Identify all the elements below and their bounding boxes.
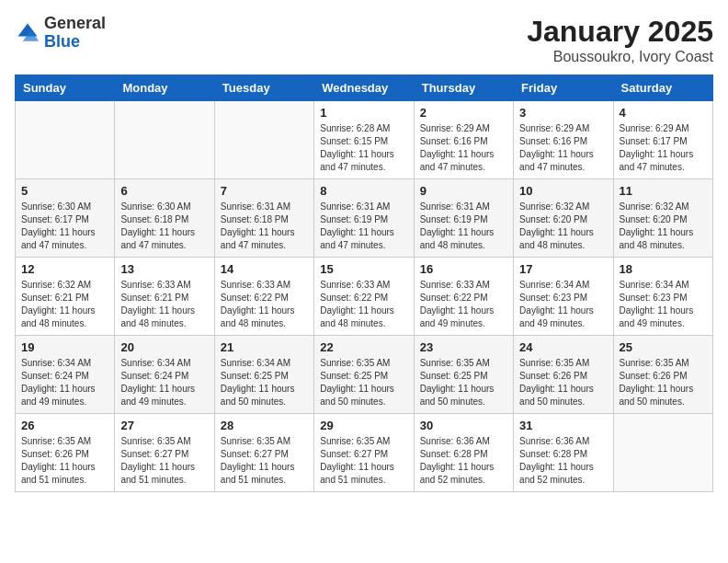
day-info: Sunrise: 6:30 AM Sunset: 6:18 PM Dayligh…: [120, 201, 208, 252]
day-info: Sunrise: 6:33 AM Sunset: 6:21 PM Dayligh…: [120, 279, 208, 330]
location: Boussoukro, Ivory Coast: [527, 49, 713, 65]
day-info: Sunrise: 6:34 AM Sunset: 6:24 PM Dayligh…: [120, 357, 208, 408]
calendar-cell: 12Sunrise: 6:32 AM Sunset: 6:21 PM Dayli…: [16, 258, 115, 336]
logo-icon: [15, 20, 40, 46]
calendar-cell: 1Sunrise: 6:28 AM Sunset: 6:15 PM Daylig…: [314, 101, 414, 179]
day-number: 24: [519, 340, 607, 354]
calendar-cell: 18Sunrise: 6:34 AM Sunset: 6:23 PM Dayli…: [613, 258, 712, 336]
day-number: 7: [221, 184, 308, 198]
day-number: 18: [620, 262, 707, 276]
logo-text: General Blue: [44, 15, 106, 52]
calendar-day-header: Tuesday: [214, 75, 313, 101]
calendar-cell: 7Sunrise: 6:31 AM Sunset: 6:18 PM Daylig…: [214, 179, 313, 258]
day-info: Sunrise: 6:29 AM Sunset: 6:16 PM Dayligh…: [420, 122, 507, 174]
calendar-cell: [115, 101, 214, 179]
calendar-week-row: 1Sunrise: 6:28 AM Sunset: 6:15 PM Daylig…: [16, 101, 713, 179]
calendar-day-header: Monday: [115, 75, 214, 101]
day-number: 29: [320, 419, 407, 432]
day-number: 22: [320, 340, 407, 354]
calendar-cell: 11Sunrise: 6:32 AM Sunset: 6:20 PM Dayli…: [613, 179, 712, 258]
day-info: Sunrise: 6:34 AM Sunset: 6:24 PM Dayligh…: [21, 357, 108, 408]
calendar-cell: 26Sunrise: 6:35 AM Sunset: 6:26 PM Dayli…: [16, 414, 115, 492]
calendar-cell: 16Sunrise: 6:33 AM Sunset: 6:22 PM Dayli…: [414, 258, 513, 336]
day-number: 1: [320, 106, 407, 120]
day-info: Sunrise: 6:31 AM Sunset: 6:19 PM Dayligh…: [420, 201, 507, 252]
day-number: 12: [21, 262, 108, 276]
calendar-day-header: Saturday: [613, 75, 712, 101]
day-info: Sunrise: 6:32 AM Sunset: 6:20 PM Dayligh…: [519, 201, 607, 252]
day-number: 31: [519, 419, 607, 432]
calendar-cell: 28Sunrise: 6:35 AM Sunset: 6:27 PM Dayli…: [214, 414, 313, 492]
day-info: Sunrise: 6:36 AM Sunset: 6:28 PM Dayligh…: [519, 435, 607, 487]
calendar-cell: 20Sunrise: 6:34 AM Sunset: 6:24 PM Dayli…: [115, 336, 214, 414]
day-number: 14: [221, 262, 308, 276]
day-info: Sunrise: 6:28 AM Sunset: 6:15 PM Dayligh…: [320, 122, 407, 174]
day-info: Sunrise: 6:32 AM Sunset: 6:21 PM Dayligh…: [21, 279, 108, 330]
day-number: 26: [21, 419, 108, 432]
day-number: 30: [420, 419, 507, 432]
calendar-cell: 17Sunrise: 6:34 AM Sunset: 6:23 PM Dayli…: [514, 258, 613, 336]
logo: General Blue: [15, 15, 106, 52]
day-info: Sunrise: 6:36 AM Sunset: 6:28 PM Dayligh…: [420, 435, 507, 487]
calendar-week-row: 12Sunrise: 6:32 AM Sunset: 6:21 PM Dayli…: [16, 258, 713, 336]
day-number: 15: [320, 262, 407, 276]
day-number: 5: [21, 184, 108, 198]
calendar-cell: 23Sunrise: 6:35 AM Sunset: 6:25 PM Dayli…: [414, 336, 513, 414]
day-info: Sunrise: 6:29 AM Sunset: 6:16 PM Dayligh…: [519, 122, 607, 174]
calendar-cell: 19Sunrise: 6:34 AM Sunset: 6:24 PM Dayli…: [16, 336, 115, 414]
day-number: 16: [420, 262, 507, 276]
calendar-cell: 5Sunrise: 6:30 AM Sunset: 6:17 PM Daylig…: [16, 179, 115, 258]
calendar-day-header: Thursday: [414, 75, 513, 101]
calendar-cell: [16, 101, 115, 179]
day-number: 17: [519, 262, 607, 276]
calendar-cell: 10Sunrise: 6:32 AM Sunset: 6:20 PM Dayli…: [514, 179, 613, 258]
calendar-cell: 21Sunrise: 6:34 AM Sunset: 6:25 PM Dayli…: [214, 336, 313, 414]
day-number: 11: [620, 184, 707, 198]
calendar-cell: 3Sunrise: 6:29 AM Sunset: 6:16 PM Daylig…: [514, 101, 613, 179]
month-title: January 2025: [527, 15, 713, 49]
day-info: Sunrise: 6:35 AM Sunset: 6:25 PM Dayligh…: [320, 357, 407, 408]
day-info: Sunrise: 6:30 AM Sunset: 6:17 PM Dayligh…: [21, 201, 108, 252]
calendar-cell: 6Sunrise: 6:30 AM Sunset: 6:18 PM Daylig…: [115, 179, 214, 258]
page-header: General Blue January 2025 Boussoukro, Iv…: [15, 15, 713, 65]
day-info: Sunrise: 6:34 AM Sunset: 6:23 PM Dayligh…: [519, 279, 607, 330]
calendar-cell: 27Sunrise: 6:35 AM Sunset: 6:27 PM Dayli…: [115, 414, 214, 492]
day-number: 2: [420, 106, 507, 120]
calendar-table: SundayMondayTuesdayWednesdayThursdayFrid…: [15, 75, 713, 492]
calendar-cell: 9Sunrise: 6:31 AM Sunset: 6:19 PM Daylig…: [414, 179, 513, 258]
day-number: 8: [320, 184, 407, 198]
day-info: Sunrise: 6:35 AM Sunset: 6:25 PM Dayligh…: [420, 357, 507, 408]
day-info: Sunrise: 6:33 AM Sunset: 6:22 PM Dayligh…: [420, 279, 507, 330]
day-number: 6: [120, 184, 208, 198]
calendar-cell: [214, 101, 313, 179]
day-number: 19: [21, 340, 108, 354]
calendar-cell: 4Sunrise: 6:29 AM Sunset: 6:17 PM Daylig…: [613, 101, 712, 179]
day-number: 3: [519, 106, 607, 120]
day-info: Sunrise: 6:33 AM Sunset: 6:22 PM Dayligh…: [221, 279, 308, 330]
calendar-cell: 2Sunrise: 6:29 AM Sunset: 6:16 PM Daylig…: [414, 101, 513, 179]
calendar-week-row: 19Sunrise: 6:34 AM Sunset: 6:24 PM Dayli…: [16, 336, 713, 414]
calendar-day-header: Wednesday: [314, 75, 414, 101]
day-info: Sunrise: 6:35 AM Sunset: 6:27 PM Dayligh…: [120, 435, 208, 487]
day-info: Sunrise: 6:32 AM Sunset: 6:20 PM Dayligh…: [620, 201, 707, 252]
calendar-week-row: 26Sunrise: 6:35 AM Sunset: 6:26 PM Dayli…: [16, 414, 713, 492]
calendar-cell: 24Sunrise: 6:35 AM Sunset: 6:26 PM Dayli…: [514, 336, 613, 414]
calendar-cell: 13Sunrise: 6:33 AM Sunset: 6:21 PM Dayli…: [115, 258, 214, 336]
day-info: Sunrise: 6:34 AM Sunset: 6:25 PM Dayligh…: [221, 357, 308, 408]
calendar-cell: [613, 414, 712, 492]
calendar-cell: 15Sunrise: 6:33 AM Sunset: 6:22 PM Dayli…: [314, 258, 414, 336]
day-info: Sunrise: 6:35 AM Sunset: 6:26 PM Dayligh…: [21, 435, 108, 487]
calendar-cell: 14Sunrise: 6:33 AM Sunset: 6:22 PM Dayli…: [214, 258, 313, 336]
calendar-cell: 29Sunrise: 6:35 AM Sunset: 6:27 PM Dayli…: [314, 414, 414, 492]
calendar-cell: 31Sunrise: 6:36 AM Sunset: 6:28 PM Dayli…: [514, 414, 613, 492]
day-number: 20: [120, 340, 208, 354]
day-info: Sunrise: 6:35 AM Sunset: 6:27 PM Dayligh…: [320, 435, 407, 487]
day-info: Sunrise: 6:31 AM Sunset: 6:18 PM Dayligh…: [221, 201, 308, 252]
day-number: 25: [620, 340, 707, 354]
day-number: 10: [519, 184, 607, 198]
day-number: 13: [120, 262, 208, 276]
day-number: 23: [420, 340, 507, 354]
title-block: January 2025 Boussoukro, Ivory Coast: [527, 15, 713, 65]
calendar-cell: 30Sunrise: 6:36 AM Sunset: 6:28 PM Dayli…: [414, 414, 513, 492]
logo-general: General: [44, 14, 106, 32]
